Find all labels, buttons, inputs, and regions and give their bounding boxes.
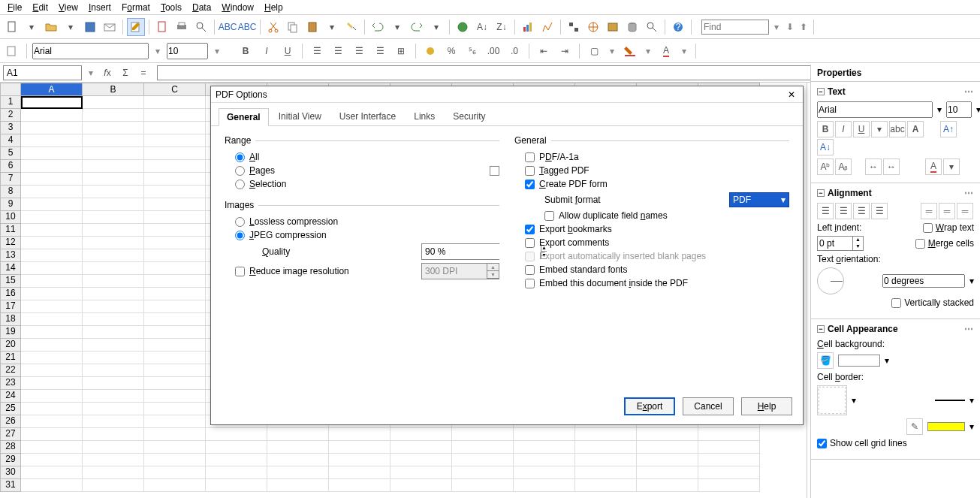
sort-asc-icon[interactable]: A↓ xyxy=(473,18,491,36)
spin-down-icon[interactable]: ▼ xyxy=(852,243,863,250)
cell[interactable] xyxy=(21,428,83,441)
merge-cells-checkbox[interactable] xyxy=(915,239,925,249)
cell[interactable] xyxy=(144,415,206,428)
create-form-checkbox[interactable] xyxy=(525,180,535,189)
cell[interactable] xyxy=(144,249,206,262)
align-right-icon[interactable]: ☰ xyxy=(350,42,368,60)
degrees-combo[interactable] xyxy=(882,274,965,288)
cell[interactable] xyxy=(83,377,144,390)
cell[interactable] xyxy=(144,262,206,275)
row-header[interactable]: 10 xyxy=(0,211,21,224)
lossless-radio[interactable] xyxy=(235,217,245,227)
merge-cells-icon[interactable]: ⊞ xyxy=(392,42,410,60)
cell[interactable] xyxy=(637,428,698,441)
menu-insert[interactable]: Insert xyxy=(84,2,116,13)
cell[interactable] xyxy=(144,275,206,288)
number-std-icon[interactable]: ⁵₆ xyxy=(463,42,481,60)
cell[interactable] xyxy=(21,147,83,160)
cell[interactable] xyxy=(390,466,452,479)
cell[interactable] xyxy=(329,441,390,454)
row-header[interactable]: 29 xyxy=(0,454,21,466)
chevron-down-icon[interactable]: ▾ xyxy=(937,104,942,115)
cell[interactable] xyxy=(144,339,206,352)
cell[interactable] xyxy=(83,326,144,339)
cell[interactable] xyxy=(21,364,83,377)
dropdown-icon[interactable]: ▾ xyxy=(388,18,406,36)
cell[interactable] xyxy=(206,428,267,441)
cell[interactable] xyxy=(21,109,83,122)
range-pages-radio[interactable] xyxy=(235,166,245,176)
bold-icon[interactable]: B xyxy=(237,42,255,60)
chevron-down-icon[interactable]: ▾ xyxy=(885,355,889,366)
cell[interactable] xyxy=(83,300,144,313)
cell[interactable] xyxy=(83,415,144,428)
edit-mode-icon[interactable] xyxy=(127,18,145,36)
cell[interactable] xyxy=(698,441,760,454)
cell[interactable] xyxy=(390,428,452,441)
add-decimal-icon[interactable]: .00 xyxy=(484,42,502,60)
increase-indent-icon[interactable]: ⇥ xyxy=(556,42,574,60)
chevron-down-icon[interactable]: ▾ xyxy=(85,67,97,79)
cell[interactable] xyxy=(144,173,206,186)
cell[interactable] xyxy=(144,390,206,403)
cell[interactable] xyxy=(452,428,514,441)
chevron-down-icon[interactable]: ▾ xyxy=(606,45,618,57)
cell[interactable] xyxy=(514,454,575,466)
cell[interactable] xyxy=(206,466,267,479)
bg-color-swatch[interactable] xyxy=(838,355,880,367)
cell[interactable] xyxy=(83,147,144,160)
cell[interactable] xyxy=(83,249,144,262)
cell[interactable] xyxy=(267,466,329,479)
cell[interactable] xyxy=(144,428,206,441)
tab-initial-view[interactable]: Initial View xyxy=(270,107,330,125)
cell[interactable] xyxy=(144,441,206,454)
border-line-style[interactable] xyxy=(935,400,965,401)
tab-general[interactable]: General xyxy=(219,108,269,126)
cell[interactable] xyxy=(144,454,206,466)
cell[interactable] xyxy=(575,454,637,466)
dialog-titlebar[interactable]: PDF Options ✕ xyxy=(211,86,803,103)
chart-icon[interactable] xyxy=(519,18,537,36)
cell[interactable] xyxy=(83,134,144,147)
cell[interactable] xyxy=(390,441,452,454)
cell[interactable] xyxy=(329,428,390,441)
cell[interactable] xyxy=(267,454,329,466)
cell[interactable] xyxy=(637,479,698,492)
cell[interactable] xyxy=(575,428,637,441)
collapse-icon[interactable]: − xyxy=(817,325,825,333)
cell[interactable] xyxy=(21,262,83,275)
allow-duplicate-checkbox[interactable] xyxy=(544,211,554,221)
cell[interactable] xyxy=(83,288,144,300)
font-size-combo[interactable] xyxy=(167,43,208,59)
subscript-icon[interactable]: Aᵦ xyxy=(835,158,852,175)
row-header[interactable]: 1 xyxy=(0,96,21,109)
cell[interactable] xyxy=(83,441,144,454)
cell[interactable] xyxy=(452,454,514,466)
sidebar-font-name[interactable] xyxy=(817,101,933,118)
show-gridlines-checkbox[interactable] xyxy=(817,439,827,448)
cell[interactable] xyxy=(21,339,83,352)
row-header[interactable]: 15 xyxy=(0,275,21,288)
align-center-icon[interactable]: ☰ xyxy=(329,42,347,60)
cell[interactable] xyxy=(514,441,575,454)
cell[interactable] xyxy=(83,403,144,415)
cell[interactable] xyxy=(698,466,760,479)
percent-icon[interactable]: % xyxy=(442,42,460,60)
mail-icon[interactable] xyxy=(101,18,119,36)
preview-icon[interactable] xyxy=(192,18,210,36)
row-header[interactable]: 14 xyxy=(0,262,21,275)
styles-icon[interactable] xyxy=(3,42,21,60)
collapse-icon[interactable]: − xyxy=(817,189,825,197)
cell[interactable] xyxy=(144,326,206,339)
row-header[interactable]: 7 xyxy=(0,173,21,186)
chevron-down-icon[interactable]: ▾ xyxy=(642,45,654,57)
vertically-stacked-checkbox[interactable] xyxy=(891,298,901,308)
row-header[interactable]: 31 xyxy=(0,479,21,492)
cell[interactable] xyxy=(144,466,206,479)
cell-reference-input[interactable] xyxy=(3,65,82,80)
chevron-down-icon[interactable]: ▾ xyxy=(678,45,690,57)
pencil-icon[interactable]: ✎ xyxy=(906,418,923,435)
print-icon[interactable] xyxy=(173,18,191,36)
font-name-combo[interactable] xyxy=(32,43,149,59)
cell[interactable] xyxy=(83,160,144,173)
